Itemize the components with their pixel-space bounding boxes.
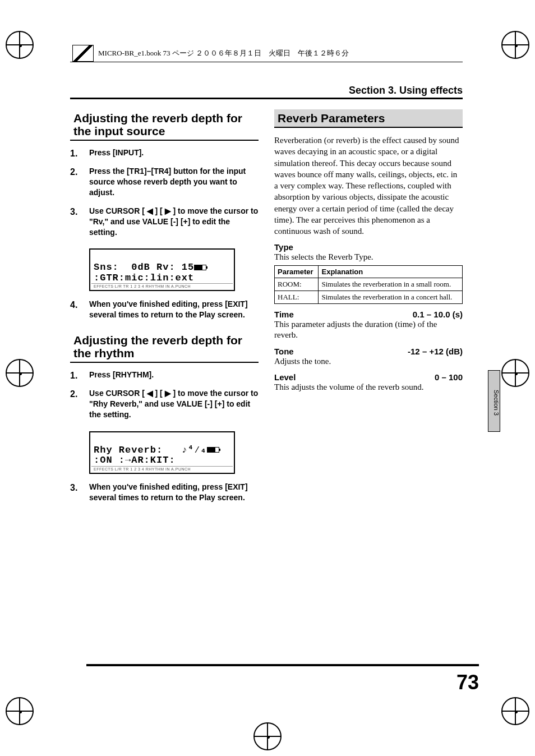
crop-mark-icon [501,359,529,387]
battery-icon [207,447,219,453]
step: Press [INPUT]. [70,147,259,158]
step: Use CURSOR [ ◀ ] [ ▶ ] to move the curso… [70,206,259,238]
table-row: HALL: Simulates the reverberation in a c… [275,291,463,303]
crop-mark-icon [6,359,34,387]
reverb-type-table: Parameter Explanation ROOM: Simulates th… [274,265,463,304]
lcd-status-bar: EFFECTS L/R TR 1 2 3 4 RHYTHM IN A.PUNCH [91,283,233,289]
param-label: Time [274,310,294,319]
param-label: Tone [274,347,294,356]
lcd-line: Rhy Reverb: [94,445,163,455]
param-desc: This adjusts the volume of the reverb so… [274,382,463,393]
step: Press the [TR1]–[TR4] button for the inp… [70,166,259,198]
step: When you've finished editing, press [EXI… [70,299,259,320]
steps-rhythm-cont: When you've finished editing, press [EXI… [70,482,259,503]
param-desc: This parameter adjusts the duration (tim… [274,319,463,341]
footer-rule [86,664,479,666]
param-row-level: Level 0 – 100 [274,372,463,382]
param-row-time: Time 0.1 – 10.0 (s) [274,310,463,319]
lcd-line: :ON :→AR:KIT: [94,455,176,465]
table-cell: ROOM: [275,278,319,291]
param-heading-type: Type [274,242,463,252]
param-range: 0.1 – 10.0 (s) [413,310,463,319]
step: Use CURSOR [ ◀ ] [ ▶ ] to move the curso… [70,388,259,420]
crop-mark-icon [6,697,34,725]
table-row: Parameter Explanation [275,265,463,278]
param-range: 0 – 100 [435,372,463,382]
table-header: Parameter [275,265,319,278]
steps-input: Press [INPUT]. Press the [TR1]–[TR4] but… [70,147,259,237]
lcd-status-bar: EFFECTS L/R TR 1 2 3 4 RHYTHM IN A.PUNCH [91,466,233,472]
section-header: Section 3. Using effects [70,85,463,99]
right-column: Reverb Parameters Reverberation (or reve… [274,109,463,514]
step: Press [RHYTHM]. [70,370,259,380]
lcd-line: :GTR:mic:lin:ext [94,273,194,283]
lcd-screenshot: Rhy Reverb: ♪⁴⁄₄ :ON :→AR:KIT: EFFECTS L… [89,431,235,474]
param-desc: This selects the Reverb Type. [274,252,463,263]
table-cell: HALL: [275,291,319,303]
crop-mark-icon [501,697,529,725]
table-cell: Simulates the reverberation in a concert… [319,291,463,303]
param-range: -12 – +12 (dB) [408,347,463,356]
document-meta-line: MICRO-BR_e1.book 73 ページ ２００６年８月１日 火曜日 午後… [70,45,463,62]
table-row: ROOM: Simulates the reverberation in a s… [275,278,463,291]
battery-icon [194,265,206,270]
lcd-line: Sns: 0dB Rv: 15 [94,262,194,273]
steps-input-cont: When you've finished editing, press [EXI… [70,299,259,320]
page-content: MICRO-BR_e1.book 73 ページ ２００６年８月１日 火曜日 午後… [70,45,463,514]
note-icon: ♪⁴⁄₄ [182,445,207,455]
lcd-screenshot: Sns: 0dB Rv: 15 :GTR:mic:lin:ext EFFECTS… [89,248,235,291]
heading-reverb-params: Reverb Parameters [274,109,463,128]
heading-adjust-rhythm: Adjusting the reverb depth for the rhyth… [70,331,259,363]
left-column: Adjusting the reverb depth for the input… [70,109,259,514]
crop-mark-icon [6,31,34,59]
step: When you've finished editing, press [EXI… [70,482,259,503]
table-cell: Simulates the reverberation in a small r… [319,278,463,291]
crop-mark-icon [501,31,529,59]
crop-mark-icon [253,722,282,750]
page-number: 73 [456,671,479,694]
intro-paragraph: Reverberation (or reverb) is the effect … [274,135,463,237]
param-row-tone: Tone -12 – +12 (dB) [274,347,463,356]
param-desc: Adjusts the tone. [274,356,463,367]
table-header: Explanation [319,265,463,278]
steps-rhythm: Press [RHYTHM]. Use CURSOR [ ◀ ] [ ▶ ] t… [70,370,259,420]
param-label: Level [274,372,296,382]
section-tab: Section 3 [488,370,500,432]
heading-adjust-input: Adjusting the reverb depth for the input… [70,109,259,141]
